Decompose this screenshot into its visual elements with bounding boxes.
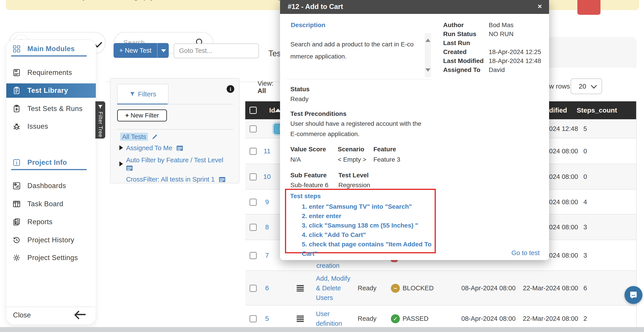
sidebar-item-issues[interactable]: Issues [6,119,96,134]
reports-icon [12,217,21,226]
row-checkbox[interactable] [250,125,257,132]
filter-cross-filter[interactable]: CrossFilter: All tests in Sprint 1 [126,176,226,183]
section-underline [11,169,87,170]
field-label: Feature [374,146,396,153]
meta-value-created: 18-Apr-2024 12:25 [489,48,541,56]
test-steps-highlight-box: Test steps 1. enter "Samsung TV" into "S… [285,189,436,253]
popup-header: #12 - Add to Cart × [280,0,549,14]
pencil-icon [152,134,158,140]
created-cell: 08-Apr-2024 08:00 [461,285,516,292]
select-all-checkbox[interactable] [250,107,257,114]
chat-launcher[interactable] [624,286,642,304]
new-filter-button[interactable]: + New Filter [117,109,167,121]
page: ygpyyy Agile Search Main ModulesRequirem… [0,0,644,332]
modified-cell: 22-Mar-2024 08:00 [523,315,578,322]
bottom-strip [0,327,644,332]
new-test-button[interactable]: + New Test [114,43,169,58]
test-name-link[interactable]: Userdefinition [316,309,342,329]
filter-assigned-to-me[interactable]: Assigned To Me [120,144,183,152]
sidebar-item-task-board[interactable]: Task Board [6,197,96,211]
sidebar-section-project-info: Project Info [6,155,96,170]
steps-list-icon[interactable] [297,285,304,292]
close-icon[interactable]: × [538,2,542,10]
goto-test-input[interactable]: Goto Test... [174,43,259,58]
test-step[interactable]: 2. enter enter [302,211,434,221]
go-to-test-link[interactable]: Go to test [512,249,540,257]
meta-value-author: Bod Mas [489,21,514,29]
field-label: Test Level [338,172,369,179]
test-id-link[interactable]: 5 [256,315,278,322]
caret-right-icon [120,145,123,150]
banner-text-fragment: y [150,0,154,1]
show-rows-label: w rows: [549,82,572,90]
steps-list-icon[interactable] [297,316,304,322]
run-status-icon-partial [391,260,398,262]
col-steps-count[interactable]: Steps_count [577,101,617,119]
field-value: N/A [290,156,301,163]
history-icon [12,236,21,245]
field-value: Regression [338,182,370,189]
test-library-icon [12,86,21,95]
sidebar-item-requirements[interactable]: Requirements [6,65,96,80]
test-id-link[interactable]: 11 [256,147,278,155]
table-icon [126,165,133,171]
modified-cell-fragment: 024 12:48 [549,125,578,132]
sidebar-item-test-sets-runs[interactable]: Test Sets & Runs [6,102,96,116]
rows-per-page-select[interactable]: 20 [570,78,602,94]
filter-tree-label: Filter Tree [98,112,104,137]
filters-tab[interactable]: Filters [117,84,168,104]
test-step[interactable]: 5. check that page contains "Item Added … [302,240,434,259]
filters-tab-underline [117,104,168,104]
dashboards-icon [12,181,21,190]
created-cell: 08-Apr-2024 08:00 [461,315,516,322]
meta-label-last-run: Last Run [443,39,470,47]
chat-bubble-icon [629,291,638,300]
table-icon [176,145,183,151]
create-test-link[interactable]: Create a T [258,97,280,98]
preconditions-line1: User should have a registered account wi… [290,120,422,127]
col-modified-fragment[interactable]: dified [549,101,567,119]
banner-text-fragment: p [144,0,148,1]
test-id-link[interactable]: 10 [256,173,278,180]
filter-auto-filter[interactable]: Auto Filter by Feature / Test Level [120,156,223,173]
sidebar-item-project-settings[interactable]: Project Settings [6,251,96,265]
filter-all-tests[interactable]: All Tests [120,133,158,141]
filter-tree-tab[interactable]: Filter Tree [95,101,105,139]
description-scrollbar[interactable] [425,33,431,77]
test-id-link[interactable]: 7 [256,252,278,259]
steps-count-cell: 5 [584,125,587,132]
section-underline [11,55,87,56]
sidebar-item-reports[interactable]: Reports [6,215,96,229]
sidebar-item-test-library[interactable]: Test Library [6,83,96,98]
test-step[interactable]: 3. click "Samsung 138 cm (55 Inches) " [302,221,434,230]
banner-text-fragment: y [82,0,86,1]
banner-text-fragment: g [134,0,138,1]
field-value: Feature 3 [374,156,400,163]
test-id-link[interactable]: 8 [256,223,278,231]
arrow-left-icon [76,314,86,315]
view-label: View: All [258,80,280,95]
test-step[interactable]: 1. enter "Samsung TV" into "Search" [302,202,434,211]
table-icon [219,177,226,182]
modified-cell-fragment: 024 08:00 [549,252,578,259]
sidebar-item-dashboards[interactable]: Dashboards [6,179,96,193]
filters-panel: Filters i + New Filter All Tests Assigne… [110,78,240,183]
test-step[interactable]: 4. click "Add To Cart" [302,230,434,240]
run-status-cell: PASSED [402,315,428,322]
new-test-dropdown[interactable] [157,43,169,58]
test-name-fragment[interactable]: creation [316,261,340,271]
sidebar-close-button[interactable]: Close [6,307,95,324]
test-id-link[interactable]: 9 [256,198,278,206]
modified-cell-fragment: 024 08:00 [549,147,578,155]
test-id-link[interactable]: 6 [256,284,278,292]
test-name-link[interactable]: Add, Modify& DeleteUsers [316,274,350,303]
meta-label-last-modified: Last Modified [443,57,484,64]
status-cell: Ready [358,285,376,292]
filters-info-icon[interactable]: i [227,85,234,93]
test-steps-label: Test steps [290,193,321,200]
banner-red-button[interactable] [577,0,600,15]
sidebar: Main ModulesRequirementsTest LibraryTest… [6,39,96,325]
caret-right-icon [120,161,123,166]
scroll-up-icon [426,38,430,42]
sidebar-item-project-history[interactable]: Project History [6,233,96,247]
